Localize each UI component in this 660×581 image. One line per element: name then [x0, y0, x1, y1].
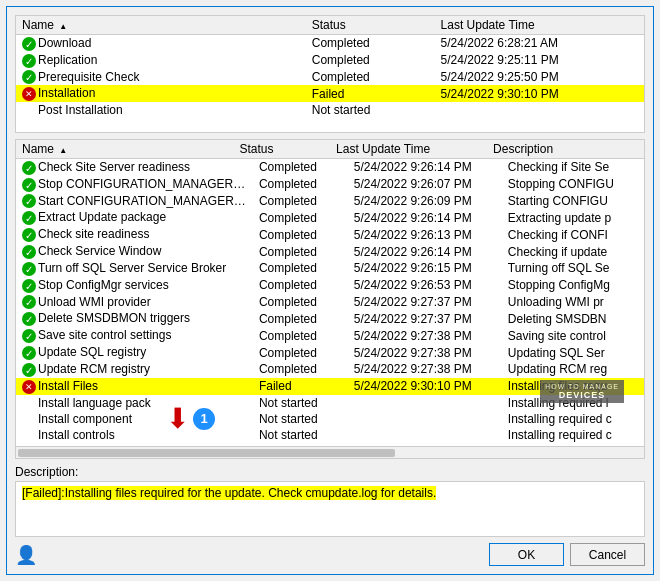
top-row-name: Download: [16, 35, 306, 52]
bottom-row-name: Stop CONFIGURATION_MANAGER_UPDATE servic…: [16, 176, 253, 193]
bottom-row-desc: Checking if Site Se: [502, 159, 644, 176]
top-row-status: Completed: [306, 35, 435, 52]
dialog: Name ▲ Status Last Update Time Download …: [6, 6, 654, 575]
top-row-status: Failed: [306, 85, 435, 102]
ok-icon: [22, 295, 36, 309]
bottom-row-update: 5/24/2022 9:27:37 PM: [348, 310, 502, 327]
ok-icon: [22, 70, 36, 84]
bottom-row-update: 5/24/2022 9:27:38 PM: [348, 327, 502, 344]
bottom-row-name: Start CONFIGURATION_MANAGER_UPDATE servi…: [16, 193, 253, 210]
bottom-row-status: Not started: [253, 427, 348, 443]
bottom-col-update: Last Update Time: [330, 140, 487, 159]
ok-icon: [22, 178, 36, 192]
top-col-status: Status: [306, 16, 435, 35]
bottom-row-desc: Stopping CONFIGU: [502, 176, 644, 193]
bottom-row-update: 5/24/2022 9:26:15 PM: [348, 260, 502, 277]
bottom-row-name: Check Site Server readiness: [16, 159, 253, 176]
bottom-row-desc: Installing required c: [502, 411, 644, 427]
bottom-row-name: Check site readiness: [16, 226, 253, 243]
bottom-row-name: Stop ConfigMgr services: [16, 277, 253, 294]
bottom-row-name: Install component: [16, 411, 253, 427]
bottom-row-status: Not started: [253, 411, 348, 427]
top-col-name: Name ▲: [16, 16, 306, 35]
scroll-col: [632, 140, 644, 159]
bottom-row-status: Completed: [253, 176, 348, 193]
top-table-panel: Name ▲ Status Last Update Time Download …: [15, 15, 645, 133]
bottom-row-status: Completed: [253, 327, 348, 344]
bottom-row-status: Completed: [253, 193, 348, 210]
bottom-col-desc: Description: [487, 140, 632, 159]
bottom-row-update: 5/24/2022 9:26:14 PM: [348, 209, 502, 226]
bottom-row-status: Completed: [253, 294, 348, 311]
sort-arrow-icon-2: ▲: [59, 146, 67, 155]
horizontal-scrollbar[interactable]: [16, 446, 644, 458]
bottom-table-panel: Name ▲ Status Last Update Time Descripti…: [15, 139, 645, 459]
ok-icon: [22, 37, 36, 51]
ok-icon: [22, 312, 36, 326]
bottom-row-desc: Updating SQL Ser: [502, 344, 644, 361]
arrow-indicator: ⬇ 1: [166, 405, 215, 433]
top-row-update: [435, 102, 644, 118]
bottom-row-status: Completed: [253, 243, 348, 260]
top-row-update: 5/24/2022 6:28:21 AM: [435, 35, 644, 52]
bottom-row-name: Save site control settings: [16, 327, 253, 344]
bottom-row-name: Update RCM registry: [16, 361, 253, 378]
bottom-row-desc: Deleting SMSDBN: [502, 310, 644, 327]
top-row-name: Replication: [16, 52, 306, 69]
bottom-row-update: 5/24/2022 9:26:07 PM: [348, 176, 502, 193]
bottom-row-desc: Starting CONFIGU: [502, 193, 644, 210]
bottom-row-name: Turn off SQL Server Service Broker: [16, 260, 253, 277]
description-text: [Failed]:Installing files required for t…: [22, 486, 436, 500]
bottom-row-update: 5/24/2022 9:26:13 PM: [348, 226, 502, 243]
bottom-row-status: Completed: [253, 344, 348, 361]
bottom-row-update: [348, 411, 502, 427]
bottom-row-status: Completed: [253, 260, 348, 277]
bottom-row-name: Install Files: [16, 378, 253, 395]
button-row: OK Cancel: [489, 543, 645, 566]
ok-icon: [22, 161, 36, 175]
bottom-scroll-area[interactable]: Check Site Server readiness Completed 5/…: [16, 159, 644, 446]
bottom-row-update: [348, 427, 502, 443]
bottom-row-status: Completed: [253, 209, 348, 226]
ok-icon: [22, 228, 36, 242]
bottom-row-desc: Updating RCM reg: [502, 361, 644, 378]
bottom-row-update: 5/24/2022 9:26:09 PM: [348, 193, 502, 210]
bottom-row-status: Completed: [253, 159, 348, 176]
top-row-status: Completed: [306, 52, 435, 69]
fail-icon: [22, 87, 36, 101]
bottom-row-update: [348, 395, 502, 411]
description-box: [Failed]:Installing files required for t…: [15, 481, 645, 537]
ok-icon: [22, 262, 36, 276]
bottom-row-status: Failed: [253, 378, 348, 395]
down-arrow-icon: ⬇: [166, 405, 189, 433]
top-row-update: 5/24/2022 9:30:10 PM: [435, 85, 644, 102]
cancel-button[interactable]: Cancel: [570, 543, 645, 566]
bottom-row-name: Install controls: [16, 427, 253, 443]
bottom-row-update: 5/24/2022 9:27:38 PM: [348, 344, 502, 361]
top-row-update: 5/24/2022 9:25:11 PM: [435, 52, 644, 69]
ok-icon: [22, 346, 36, 360]
bottom-row-desc: Installing required c: [502, 427, 644, 443]
bottom-row-name: Extract Update package: [16, 209, 253, 226]
ok-icon: [22, 211, 36, 225]
bottom-row-desc: Extracting update p: [502, 209, 644, 226]
bottom-row-status: Completed: [253, 310, 348, 327]
bottom-row-name: Delete SMSDBMON triggers: [16, 310, 253, 327]
description-label: Description:: [15, 465, 645, 479]
description-section: Description: [Failed]:Installing files r…: [15, 465, 645, 537]
bottom-table-header: Name ▲ Status Last Update Time Descripti…: [16, 140, 644, 159]
top-table: Name ▲ Status Last Update Time Download …: [16, 16, 644, 118]
ok-button[interactable]: OK: [489, 543, 564, 566]
bottom-row-status: Completed: [253, 277, 348, 294]
ok-icon: [22, 245, 36, 259]
ok-icon: [22, 54, 36, 68]
top-row-name: Post Installation: [16, 102, 306, 118]
footer-bar: 👤 OK Cancel: [15, 543, 645, 566]
ok-icon: [22, 329, 36, 343]
bottom-row-update: 5/24/2022 9:26:14 PM: [348, 243, 502, 260]
bottom-row-name: Unload WMI provider: [16, 294, 253, 311]
footer-left: 👤: [15, 544, 37, 566]
bottom-row-update: 5/24/2022 9:26:53 PM: [348, 277, 502, 294]
fail-icon: [22, 380, 36, 394]
bottom-row-name: Install language pack: [16, 395, 253, 411]
